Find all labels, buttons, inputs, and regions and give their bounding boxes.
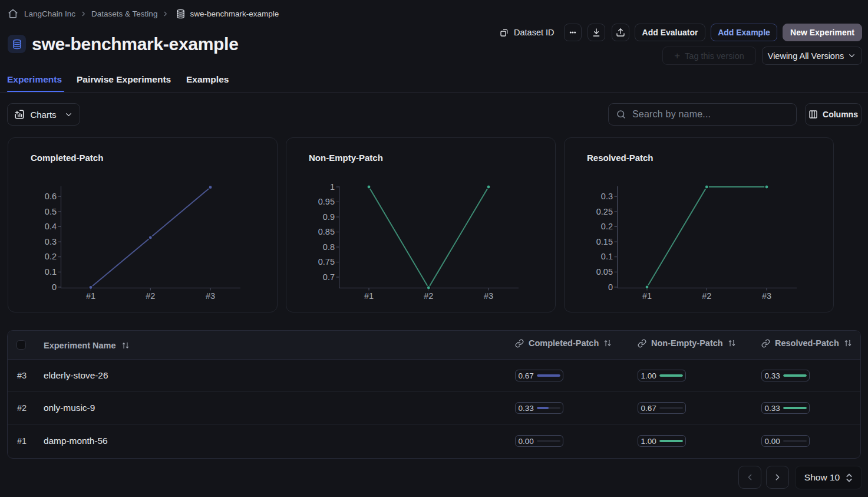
svg-text:0.1: 0.1 <box>601 252 613 261</box>
svg-text:0: 0 <box>608 282 613 292</box>
svg-text:0.9: 0.9 <box>323 212 335 222</box>
svg-text:0.8: 0.8 <box>323 242 335 252</box>
svg-text:0.25: 0.25 <box>596 207 613 216</box>
svg-text:#2: #2 <box>424 291 433 301</box>
svg-text:1: 1 <box>330 182 335 192</box>
svg-text:0.5: 0.5 <box>45 207 57 216</box>
svg-text:#1: #1 <box>642 291 652 301</box>
svg-text:#3: #3 <box>762 291 771 301</box>
svg-text:0.95: 0.95 <box>318 197 335 206</box>
svg-text:0.4: 0.4 <box>45 222 57 231</box>
svg-text:0.15: 0.15 <box>596 237 613 246</box>
svg-text:#3: #3 <box>206 291 215 301</box>
svg-text:#1: #1 <box>364 291 374 301</box>
svg-text:#1: #1 <box>86 291 95 301</box>
svg-text:0: 0 <box>52 282 57 292</box>
svg-text:#2: #2 <box>702 291 711 301</box>
svg-text:0.75: 0.75 <box>318 257 335 266</box>
svg-text:0.3: 0.3 <box>601 192 613 201</box>
svg-text:0.2: 0.2 <box>45 252 57 261</box>
svg-text:0.6: 0.6 <box>45 192 57 201</box>
svg-text:0.2: 0.2 <box>601 222 613 231</box>
svg-text:0.7: 0.7 <box>323 272 335 282</box>
svg-text:#2: #2 <box>146 291 155 301</box>
svg-text:#3: #3 <box>484 291 493 301</box>
svg-text:0.85: 0.85 <box>318 227 335 236</box>
svg-text:0.1: 0.1 <box>45 267 57 277</box>
svg-text:0.3: 0.3 <box>45 237 57 246</box>
svg-text:0.05: 0.05 <box>596 267 613 277</box>
